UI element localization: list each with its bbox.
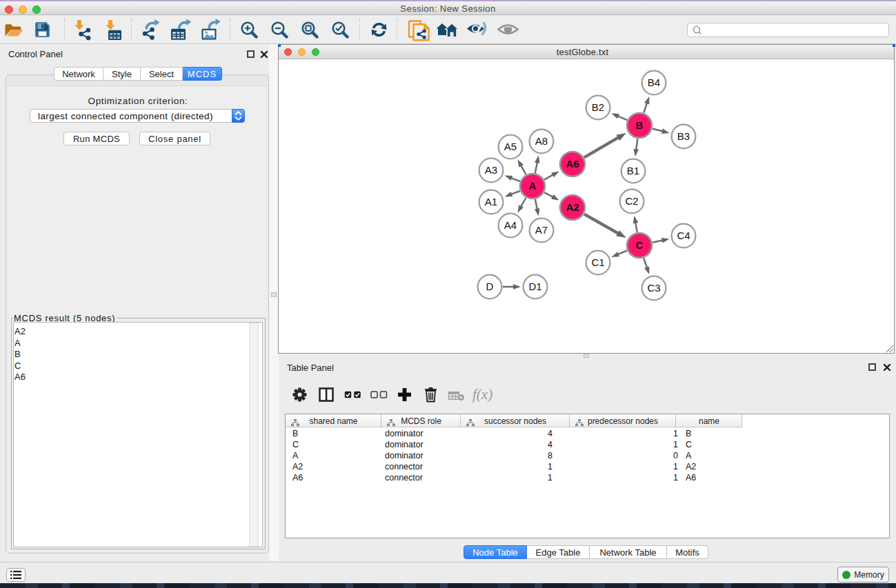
- svg-text:B: B: [636, 119, 644, 131]
- svg-text:C2: C2: [625, 195, 638, 207]
- svg-text:B4: B4: [648, 77, 660, 88]
- svg-text:D1: D1: [528, 281, 541, 292]
- svg-text:C3: C3: [647, 282, 660, 294]
- svg-text:B3: B3: [677, 130, 690, 142]
- svg-text:D: D: [486, 281, 494, 292]
- svg-text:A6: A6: [566, 158, 579, 170]
- svg-text:A1: A1: [485, 196, 497, 207]
- svg-text:A7: A7: [535, 224, 548, 236]
- svg-text:A4: A4: [504, 219, 517, 231]
- svg-text:C4: C4: [677, 230, 690, 241]
- svg-text:A5: A5: [504, 141, 517, 152]
- svg-text:A2: A2: [566, 201, 579, 213]
- svg-text:A3: A3: [485, 164, 497, 176]
- svg-text:A8: A8: [535, 135, 548, 147]
- svg-text:A: A: [529, 180, 537, 192]
- svg-text:B2: B2: [592, 101, 604, 113]
- svg-text:C: C: [636, 239, 644, 251]
- svg-text:C1: C1: [591, 256, 604, 268]
- svg-text:B1: B1: [627, 165, 639, 176]
